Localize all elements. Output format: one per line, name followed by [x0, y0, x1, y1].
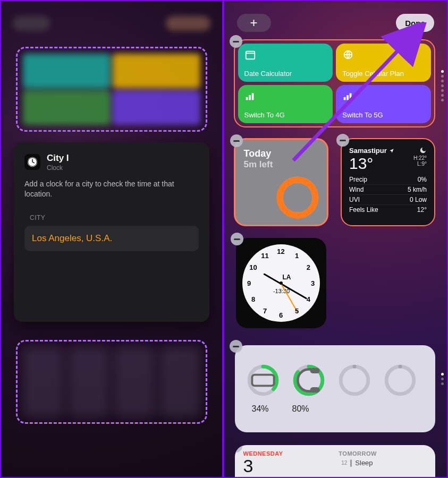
- remove-widget-button[interactable]: [230, 340, 242, 353]
- widget-edit-card: City I Clock Add a clock for a city to c…: [14, 142, 209, 322]
- weather-row-key: Feels Like: [349, 206, 378, 214]
- remove-widget-button[interactable]: [230, 35, 242, 48]
- today-ring-icon: [275, 175, 320, 220]
- shortcut-label: Switch To 5G: [342, 111, 425, 119]
- clock-app-icon: [24, 154, 40, 170]
- battery-percent: 34%: [252, 404, 269, 414]
- batteries-widget[interactable]: 34%80%: [235, 345, 436, 432]
- svg-rect-13: [350, 93, 352, 100]
- signal-icon: [244, 90, 256, 102]
- stack-page-dots[interactable]: [441, 70, 444, 101]
- calendar-event-title: Sleep: [355, 459, 373, 467]
- svg-rect-5: [246, 52, 255, 59]
- calendar-day-number: 3: [243, 457, 332, 475]
- blurred-pill: [166, 16, 210, 31]
- remove-widget-button[interactable]: [336, 134, 349, 147]
- shortcut-tile[interactable]: Switch To 5G: [336, 85, 431, 123]
- remove-widget-button[interactable]: [231, 233, 243, 245]
- svg-rect-8: [246, 97, 248, 100]
- weather-hi: H:22°: [413, 155, 427, 161]
- clock-city-code: LA: [282, 274, 291, 281]
- battery-percent: 80%: [292, 404, 309, 414]
- svg-point-15: [280, 180, 315, 216]
- shortcut-label: Date Calculator: [244, 70, 327, 78]
- shortcut-tile[interactable]: Date Calculator: [238, 44, 333, 82]
- weather-row-key: Wind: [349, 186, 364, 193]
- calendar-day-name: WEDNESDAY: [243, 450, 332, 457]
- today-title: Today: [244, 148, 318, 159]
- today-widget[interactable]: Today 5m left: [234, 138, 328, 226]
- shortcut-label: Switch To 4G: [244, 111, 327, 119]
- weather-row-key: UVI: [349, 196, 360, 203]
- shortcut-label: Toggle Cellular Plan: [342, 70, 425, 78]
- left-pane: City I Clock Add a clock for a city to c…: [1, 1, 224, 477]
- weather-widget[interactable]: Samastipur H:22° L:9° 13° Precip0%Wind5 …: [341, 138, 435, 226]
- city-field[interactable]: Los Angeles, U.S.A.: [24, 226, 199, 251]
- right-pane: + Done Date Calculator Toggle Cellular P…: [224, 1, 447, 477]
- today-subtitle: 5m left: [244, 159, 318, 170]
- svg-rect-10: [251, 93, 253, 100]
- clock-hour-hand: [263, 273, 281, 285]
- edit-description: Add a clock for a city to check the time…: [24, 179, 199, 199]
- signal-icon: [342, 90, 354, 102]
- edit-subtitle: Clock: [47, 164, 69, 172]
- add-widget-button[interactable]: +: [237, 14, 271, 32]
- calendar-event-time: 12: [339, 460, 347, 466]
- shortcut-tile[interactable]: Toggle Cellular Plan: [336, 44, 431, 82]
- city-field-label: CITY: [30, 214, 199, 221]
- weather-row-val: 5 km/h: [408, 186, 427, 193]
- battery-ring: [247, 364, 280, 397]
- calendar-tomorrow-label: TOMORROW: [339, 450, 427, 457]
- battery-ring: [338, 364, 371, 397]
- calendar-event-bar: [350, 459, 352, 467]
- battery-ring: [292, 364, 325, 397]
- annotation-dashed-box-bottom: [16, 340, 207, 424]
- globe-icon: [342, 49, 354, 61]
- edit-title: City I: [47, 153, 69, 164]
- moon-icon: [419, 147, 427, 154]
- shortcut-tile[interactable]: Switch To 4G: [238, 85, 333, 123]
- shortcuts-widget[interactable]: Date Calculator Toggle Cellular Plan Swi…: [234, 39, 436, 127]
- svg-rect-22: [310, 368, 319, 373]
- battery-ring: [384, 364, 417, 397]
- clock-face: LA -13:30 123456789101112: [242, 244, 320, 322]
- weather-row-val: 0 Low: [410, 196, 427, 203]
- calendar-icon: [244, 49, 256, 61]
- svg-rect-21: [310, 387, 319, 392]
- weather-row-key: Precip: [349, 176, 367, 183]
- weather-lo: L:9°: [413, 161, 427, 167]
- svg-rect-18: [252, 375, 274, 386]
- blurred-pill: [13, 16, 50, 31]
- svg-rect-12: [347, 95, 349, 100]
- annotation-dashed-box-top: [16, 47, 207, 132]
- weather-row-val: 12°: [417, 206, 427, 214]
- weather-row-val: 0%: [418, 176, 427, 183]
- location-arrow-icon: [389, 148, 394, 153]
- done-button[interactable]: Done: [396, 14, 434, 32]
- svg-rect-11: [344, 97, 346, 100]
- remove-widget-button[interactable]: [230, 134, 243, 147]
- clock-widget[interactable]: LA -13:30 123456789101112: [236, 238, 326, 328]
- calendar-widget[interactable]: WEDNESDAY 3 TOMORROW 12 Sleep: [235, 445, 436, 477]
- stack-page-dots[interactable]: [441, 373, 444, 385]
- remove-widget-button[interactable]: [235, 445, 242, 453]
- svg-rect-9: [249, 95, 251, 100]
